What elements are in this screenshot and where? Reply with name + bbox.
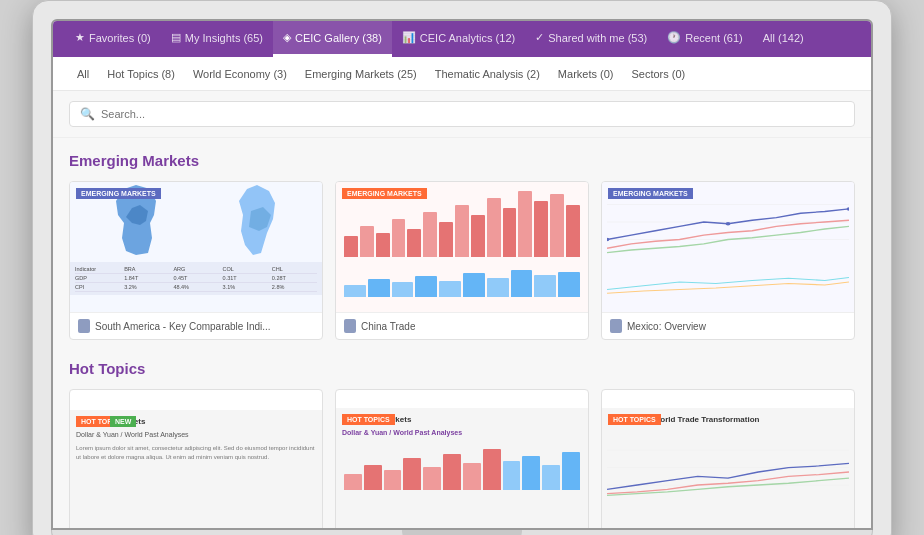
hot-line-chart	[602, 428, 854, 503]
table-row: CPI 3.2% 48.4% 3.1% 2.8%	[75, 283, 317, 292]
hot-bar-chart	[336, 440, 588, 495]
hbar-2	[364, 465, 382, 490]
bar-b6	[463, 273, 485, 297]
document-icon-2	[344, 319, 356, 333]
card-hot-1[interactable]: HOT TOPICS NEW Emerging Markets Dollar &…	[69, 389, 323, 528]
bar-b7	[487, 278, 509, 298]
card-thumbnail-china-trade: EMERGING MARKETS	[336, 182, 588, 312]
subnav-markets[interactable]: Markets (0)	[550, 62, 622, 86]
hot-card-thumbnail-1: HOT TOPICS NEW Emerging Markets Dollar &…	[70, 410, 322, 528]
hbar-11	[542, 465, 560, 490]
bar-9	[471, 215, 485, 257]
subnav-world-economy[interactable]: World Economy (3)	[185, 62, 295, 86]
hot-badge-2: HOT TOPICS	[342, 414, 395, 425]
bar-3	[376, 233, 390, 258]
emerging-markets-badge-1: EMERGING MARKETS	[76, 188, 161, 199]
card-title-china-trade: China Trade	[361, 321, 415, 332]
search-input[interactable]	[101, 108, 844, 120]
hot-card-thumbnail-3: HOT TOPICS Around the World Trade Transf…	[602, 408, 854, 528]
tab-all[interactable]: All (142)	[753, 21, 814, 57]
card-hot-2[interactable]: HOT TOPICS Emerging Markets Dollar & Yua…	[335, 389, 589, 528]
card-footer-china-trade: China Trade	[336, 312, 588, 339]
screen: ★ Favorites (0) ▤ My Insights (65) ◈ CEI…	[51, 19, 873, 530]
emerging-markets-title: Emerging Markets	[69, 152, 855, 169]
hbar-7	[463, 463, 481, 490]
laptop-base	[51, 530, 873, 535]
search-container: 🔍	[53, 91, 871, 138]
hot-badge-3: HOT TOPICS	[608, 414, 661, 425]
gallery-icon: ◈	[283, 31, 291, 44]
table-row: Indicator BRA ARG COL CHL	[75, 265, 317, 274]
document-icon	[78, 319, 90, 333]
card-title-mexico: Mexico: Overview	[627, 321, 706, 332]
tab-ceic-gallery[interactable]: ◈ CEIC Gallery (38)	[273, 21, 392, 57]
bar-b10	[558, 272, 580, 298]
tab-recent[interactable]: 🕐 Recent (61)	[657, 21, 752, 57]
svg-point-5	[847, 207, 849, 211]
mexico-line-svg	[607, 187, 849, 257]
bar-2	[360, 226, 374, 258]
hbar-6	[443, 454, 461, 490]
table-row: GDP 1.84T 0.45T 0.31T 0.28T	[75, 274, 317, 283]
subnav-hot-topics[interactable]: Hot Topics (8)	[99, 62, 183, 86]
bar-b8	[511, 270, 533, 297]
hot-card-2-subtitle: Dollar & Yuan / World Past Analyses	[342, 428, 582, 438]
card-south-america[interactable]: EMERGING MARKETS	[69, 181, 323, 340]
subnav-sectors[interactable]: Sectors (0)	[623, 62, 693, 86]
bar-b3	[392, 282, 414, 297]
hbar-12	[562, 452, 580, 490]
emerging-markets-grid: EMERGING MARKETS	[69, 181, 855, 340]
mini-data-table: Indicator BRA ARG COL CHL GDP 1.84T 0.45…	[70, 262, 322, 295]
bar-8	[455, 205, 469, 258]
hot-card-1-body: Lorem ipsum dolor sit amet, consectetur …	[76, 444, 316, 462]
bar-b1	[344, 285, 366, 297]
subnav-all[interactable]: All	[69, 62, 97, 86]
tab-favorites[interactable]: ★ Favorites (0)	[65, 21, 161, 57]
subnav-emerging-markets[interactable]: Emerging Markets (25)	[297, 62, 425, 86]
mexico-line-svg-2	[607, 267, 849, 297]
bar-15	[566, 205, 580, 258]
hot-topics-grid: HOT TOPICS NEW Emerging Markets Dollar &…	[69, 389, 855, 528]
card-footer-south-america: South America - Key Comparable Indi...	[70, 312, 322, 339]
bar-b4	[415, 276, 437, 297]
clock-icon: 🕐	[667, 31, 681, 44]
document-icon-3	[610, 319, 622, 333]
hbar-1	[344, 474, 362, 490]
bar-7	[439, 222, 453, 257]
south-america-map-2	[233, 183, 281, 258]
card-china-trade[interactable]: EMERGING MARKETS	[335, 181, 589, 340]
search-icon: 🔍	[80, 107, 95, 121]
hbar-3	[384, 470, 402, 490]
bar-12	[518, 191, 532, 258]
share-icon: ✓	[535, 31, 544, 44]
bar-11	[503, 208, 517, 257]
tab-my-insights[interactable]: ▤ My Insights (65)	[161, 21, 273, 57]
bar-6	[423, 212, 437, 258]
hot-card-thumbnail-2: HOT TOPICS Emerging Markets Dollar & Yua…	[336, 408, 588, 528]
subnav-thematic[interactable]: Thematic Analysis (2)	[427, 62, 548, 86]
sub-nav: All Hot Topics (8) World Economy (3) Eme…	[53, 57, 871, 91]
svg-point-4	[726, 222, 731, 226]
china-trade-bar-chart-2	[336, 262, 588, 302]
tab-ceic-analytics[interactable]: 📊 CEIC Analytics (12)	[392, 21, 525, 57]
mexico-line-chart-2	[602, 262, 854, 302]
tab-shared[interactable]: ✓ Shared with me (53)	[525, 21, 657, 57]
hot-line-svg	[607, 433, 849, 498]
hbar-9	[503, 461, 521, 490]
book-icon: ▤	[171, 31, 181, 44]
card-thumbnail-south-america: EMERGING MARKETS	[70, 182, 322, 312]
bar-b2	[368, 279, 390, 297]
laptop-frame: ★ Favorites (0) ▤ My Insights (65) ◈ CEI…	[32, 0, 892, 535]
bar-10	[487, 198, 501, 258]
hbar-8	[483, 449, 501, 490]
hbar-5	[423, 467, 441, 490]
svg-point-3	[607, 238, 609, 242]
new-badge: NEW	[110, 416, 136, 427]
star-icon: ★	[75, 31, 85, 44]
card-hot-3[interactable]: HOT TOPICS Around the World Trade Transf…	[601, 389, 855, 528]
card-mexico[interactable]: EMERGING MARKETS	[601, 181, 855, 340]
card-title-south-america: South America - Key Comparable Indi...	[95, 321, 271, 332]
bar-4	[392, 219, 406, 258]
hot-card-1-subtitle: Dollar & Yuan / World Past Analyses	[76, 430, 316, 440]
hbar-10	[522, 456, 540, 490]
